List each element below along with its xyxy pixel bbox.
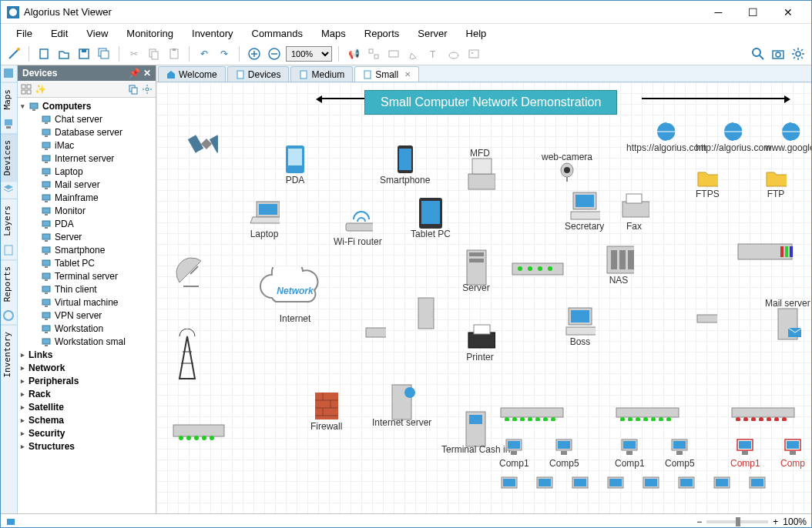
map-canvas[interactable]: Small Computer Network Demonstration htt…: [156, 82, 811, 513]
search-icon[interactable]: [750, 45, 767, 62]
device-comp1[interactable]: Comp1: [499, 436, 529, 469]
panel-close-icon[interactable]: ✕: [143, 68, 151, 79]
tree-item[interactable]: Mail server: [19, 178, 154, 191]
pin-icon[interactable]: 📌: [129, 68, 140, 79]
tab-welcome[interactable]: Welcome: [158, 66, 226, 82]
monitor-icon[interactable]: [535, 475, 555, 492]
menu-reports[interactable]: Reports: [357, 26, 408, 41]
switch-b1[interactable]: [499, 406, 565, 421]
device-tree[interactable]: ▾ComputersChat serverDatabase serveriMac…: [18, 98, 156, 513]
device-server[interactable]: Server: [461, 252, 492, 293]
link-algorius-https[interactable]: https://algorius.com: [626, 121, 706, 153]
zoom-slider[interactable]: [706, 520, 768, 523]
tree-item[interactable]: Terminal server: [19, 269, 154, 282]
settings-icon[interactable]: [790, 45, 807, 62]
device-printer[interactable]: Printer: [465, 321, 495, 363]
link-google[interactable]: www.google.: [765, 121, 811, 153]
tab-close-icon[interactable]: ✕: [404, 70, 411, 79]
device-nas[interactable]: NAS: [603, 244, 634, 286]
zoom-select[interactable]: 100%: [286, 46, 332, 62]
device-comp1b[interactable]: Comp1: [615, 436, 645, 469]
tree-item[interactable]: Smartphone: [19, 243, 154, 256]
tab-small[interactable]: Small✕: [354, 66, 419, 82]
device-mfd[interactable]: MFD: [465, 148, 495, 189]
maximize-button[interactable]: ☐: [736, 2, 770, 23]
group-icon[interactable]: [365, 45, 382, 62]
device-laptop[interactable]: Laptop: [249, 198, 280, 239]
device-mailserver[interactable]: Mail server: [765, 298, 810, 339]
switch-central[interactable]: [511, 259, 565, 279]
tree-item[interactable]: Server: [19, 230, 154, 243]
minimize-button[interactable]: ─: [701, 2, 736, 23]
camera-icon[interactable]: [770, 45, 787, 62]
sidetab-maps[interactable]: Maps: [1, 82, 17, 116]
redo-icon[interactable]: ↷: [216, 45, 233, 62]
menu-view[interactable]: View: [79, 26, 116, 41]
tree-category[interactable]: ▸Peripherals: [19, 374, 154, 387]
monitor-icon[interactable]: [570, 475, 590, 492]
device-pda[interactable]: PDA: [280, 144, 310, 185]
monitor-icon[interactable]: [606, 475, 626, 492]
grid-view-icon[interactable]: [21, 84, 32, 95]
device-boss[interactable]: Boss: [565, 306, 596, 347]
satellite-dish-icon[interactable]: [172, 259, 203, 290]
open-icon[interactable]: [55, 45, 72, 62]
tree-category[interactable]: ▸Satellite: [19, 400, 154, 413]
device-fax[interactable]: Fax: [619, 190, 649, 232]
wand-icon[interactable]: ✨: [35, 84, 46, 95]
menu-edit[interactable]: Edit: [43, 26, 75, 41]
sidetab-inventory[interactable]: Inventory: [1, 325, 17, 384]
zoomout-icon[interactable]: [266, 45, 283, 62]
monitor-icon[interactable]: [499, 475, 519, 492]
switch-b3[interactable]: [730, 406, 796, 421]
tree-item[interactable]: Workstation smal: [19, 335, 154, 348]
tree-item[interactable]: Internet server: [19, 152, 154, 165]
tree-computers[interactable]: ▾Computers: [19, 99, 154, 112]
tree-item[interactable]: iMac: [19, 139, 154, 152]
tab-medium[interactable]: Medium: [290, 66, 353, 82]
tree-category[interactable]: ▸Rack: [19, 387, 154, 400]
tab-devices[interactable]: Devices: [227, 66, 290, 82]
paste-icon[interactable]: [166, 45, 183, 62]
device-tablet[interactable]: Tablet PC: [411, 198, 451, 239]
device-comp5b[interactable]: Comp5: [665, 436, 695, 469]
text-icon[interactable]: T: [425, 45, 442, 62]
tree-item[interactable]: Virtual machine: [19, 296, 154, 309]
tree-item[interactable]: Monitor: [19, 204, 154, 217]
switch-b2[interactable]: [615, 406, 680, 421]
gear-icon[interactable]: [142, 84, 153, 95]
device-comp5[interactable]: Comp5: [549, 436, 579, 469]
tree-item[interactable]: Laptop: [19, 165, 154, 178]
scan-icon[interactable]: [385, 45, 402, 62]
tree-item[interactable]: Mainframe: [19, 191, 154, 204]
new-icon[interactable]: [35, 45, 52, 62]
device-ftp[interactable]: FTP: [765, 167, 787, 199]
device-wifi-router[interactable]: Wi-Fi router: [334, 206, 382, 247]
menu-inventory[interactable]: Inventory: [184, 26, 240, 41]
tree-item[interactable]: VPN server: [19, 309, 154, 322]
sidetab-reports[interactable]: Reports: [1, 259, 17, 308]
save-icon[interactable]: [75, 45, 92, 62]
tree-item[interactable]: Chat server: [19, 112, 154, 125]
menu-monitoring[interactable]: Monitoring: [119, 26, 181, 41]
status-icon[interactable]: [5, 516, 16, 527]
saveall-icon[interactable]: [96, 45, 112, 62]
device-secretary[interactable]: Secretary: [565, 190, 604, 232]
satellite-icon[interactable]: [187, 129, 218, 159]
device-server2[interactable]: [411, 298, 441, 329]
switch-left[interactable]: [172, 421, 226, 440]
device-small-router[interactable]: [364, 321, 386, 343]
device-comp1-red[interactable]: Comp1: [730, 436, 760, 469]
monitor-icon[interactable]: [712, 475, 732, 492]
zoom-minus-icon[interactable]: −: [696, 516, 702, 527]
menu-commands[interactable]: Commands: [244, 26, 310, 41]
cloud-icon[interactable]: [445, 45, 462, 62]
undo-icon[interactable]: ↶: [196, 45, 213, 62]
tree-category[interactable]: ▸Schema: [19, 413, 154, 426]
zoom-plus-icon[interactable]: +: [773, 516, 778, 527]
close-button[interactable]: ✕: [770, 2, 805, 23]
tree-category[interactable]: ▸Links: [19, 348, 154, 361]
edit-icon[interactable]: [405, 45, 422, 62]
zoomin-icon[interactable]: [246, 45, 263, 62]
menu-help[interactable]: Help: [458, 26, 495, 41]
